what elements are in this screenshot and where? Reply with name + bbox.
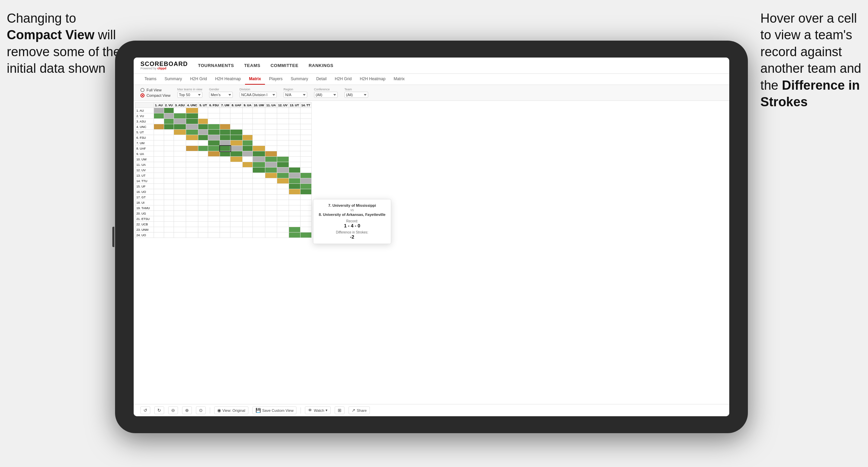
matrix-cell[interactable] — [208, 178, 220, 184]
matrix-cell[interactable] — [208, 113, 220, 119]
matrix-cell[interactable] — [174, 173, 186, 178]
matrix-cell[interactable] — [186, 140, 198, 146]
matrix-cell[interactable] — [252, 146, 265, 151]
team-select[interactable]: (All) — [344, 92, 368, 98]
matrix-cell[interactable] — [242, 168, 252, 173]
matrix-cell[interactable] — [164, 130, 174, 135]
matrix-cell[interactable] — [277, 113, 289, 119]
matrix-cell[interactable] — [300, 222, 311, 227]
compact-view-option[interactable]: Compact View — [140, 93, 171, 97]
matrix-cell[interactable] — [208, 146, 220, 151]
matrix-cell[interactable] — [198, 168, 208, 173]
matrix-cell[interactable] — [164, 173, 174, 178]
matrix-cell[interactable] — [186, 189, 198, 195]
matrix-cell[interactable] — [242, 130, 252, 135]
tab-h2h-heatmap-1[interactable]: H2H Heatmap — [211, 74, 245, 85]
matrix-cell[interactable] — [220, 130, 230, 135]
matrix-cell[interactable] — [265, 108, 277, 113]
matrix-cell[interactable] — [289, 151, 300, 157]
matrix-cell[interactable] — [252, 205, 265, 211]
matrix-cell[interactable] — [174, 140, 186, 146]
matrix-cell[interactable] — [198, 108, 208, 113]
matrix-cell[interactable] — [208, 222, 220, 227]
matrix-cell[interactable] — [300, 151, 311, 157]
matrix-cell[interactable] — [208, 119, 220, 124]
matrix-cell[interactable] — [164, 227, 174, 232]
matrix-cell[interactable] — [174, 232, 186, 238]
matrix-cell[interactable] — [230, 108, 243, 113]
matrix-cell[interactable] — [300, 168, 311, 173]
matrix-cell[interactable] — [265, 151, 277, 157]
matrix-cell[interactable] — [300, 232, 311, 238]
matrix-cell[interactable] — [174, 216, 186, 222]
matrix-cell[interactable] — [277, 216, 289, 222]
matrix-cell[interactable] — [300, 146, 311, 151]
matrix-cell[interactable] — [198, 189, 208, 195]
matrix-cell[interactable] — [186, 173, 198, 178]
matrix-cell[interactable] — [242, 200, 252, 205]
matrix-cell[interactable] — [154, 189, 164, 195]
matrix-cell[interactable] — [154, 205, 164, 211]
matrix-cell[interactable] — [300, 173, 311, 178]
tab-players[interactable]: Players — [265, 74, 287, 85]
matrix-cell[interactable] — [198, 184, 208, 189]
watch-button[interactable]: 👁 Watch ▾ — [305, 406, 331, 414]
matrix-cell[interactable] — [242, 140, 252, 146]
save-custom-button[interactable]: 💾 Save Custom View — [252, 406, 297, 414]
matrix-cell[interactable] — [164, 205, 174, 211]
matrix-cell[interactable] — [252, 200, 265, 205]
matrix-cell[interactable] — [198, 195, 208, 200]
matrix-cell[interactable] — [230, 178, 243, 184]
matrix-cell[interactable] — [252, 178, 265, 184]
matrix-cell[interactable] — [289, 124, 300, 130]
matrix-cell[interactable] — [230, 119, 243, 124]
matrix-cell[interactable] — [230, 140, 243, 146]
matrix-cell[interactable] — [242, 162, 252, 168]
matrix-cell[interactable] — [186, 130, 198, 135]
matrix-cell[interactable] — [174, 200, 186, 205]
matrix-cell[interactable] — [220, 200, 230, 205]
matrix-cell[interactable] — [242, 113, 252, 119]
matrix-cell[interactable] — [174, 113, 186, 119]
matrix-cell[interactable] — [186, 146, 198, 151]
matrix-cell[interactable] — [277, 168, 289, 173]
matrix-cell[interactable] — [174, 227, 186, 232]
matrix-cell[interactable] — [277, 124, 289, 130]
matrix-cell[interactable] — [174, 178, 186, 184]
matrix-cell[interactable] — [289, 232, 300, 238]
matrix-cell[interactable] — [220, 157, 230, 162]
matrix-cell[interactable] — [186, 222, 198, 227]
matrix-cell[interactable] — [242, 108, 252, 113]
undo-button[interactable]: ↺ — [140, 406, 150, 414]
full-view-radio[interactable] — [140, 88, 144, 92]
compact-view-radio[interactable] — [140, 93, 144, 97]
matrix-cell[interactable] — [265, 173, 277, 178]
matrix-cell[interactable] — [230, 227, 243, 232]
matrix-cell[interactable] — [242, 189, 252, 195]
tab-h2h-grid-1[interactable]: H2H Grid — [186, 74, 211, 85]
matrix-cell[interactable] — [186, 227, 198, 232]
matrix-cell[interactable] — [208, 200, 220, 205]
matrix-cell[interactable] — [230, 173, 243, 178]
matrix-cell[interactable] — [220, 184, 230, 189]
nav-teams[interactable]: TEAMS — [244, 63, 260, 68]
matrix-cell[interactable] — [174, 211, 186, 216]
matrix-cell[interactable] — [154, 151, 164, 157]
matrix-cell[interactable] — [289, 205, 300, 211]
matrix-cell[interactable] — [252, 113, 265, 119]
matrix-cell[interactable] — [174, 108, 186, 113]
matrix-cell[interactable] — [265, 130, 277, 135]
matrix-cell[interactable] — [289, 211, 300, 216]
matrix-cell[interactable] — [242, 222, 252, 227]
matrix-cell[interactable] — [265, 227, 277, 232]
matrix-cell[interactable] — [242, 157, 252, 162]
matrix-cell[interactable] — [300, 135, 311, 140]
matrix-cell[interactable] — [277, 140, 289, 146]
matrix-cell[interactable] — [252, 173, 265, 178]
matrix-cell[interactable] — [230, 130, 243, 135]
matrix-cell[interactable] — [186, 124, 198, 130]
matrix-cell[interactable] — [174, 151, 186, 157]
layout-button[interactable]: ⊞ — [335, 406, 344, 414]
matrix-cell[interactable] — [300, 200, 311, 205]
matrix-cell[interactable] — [164, 162, 174, 168]
